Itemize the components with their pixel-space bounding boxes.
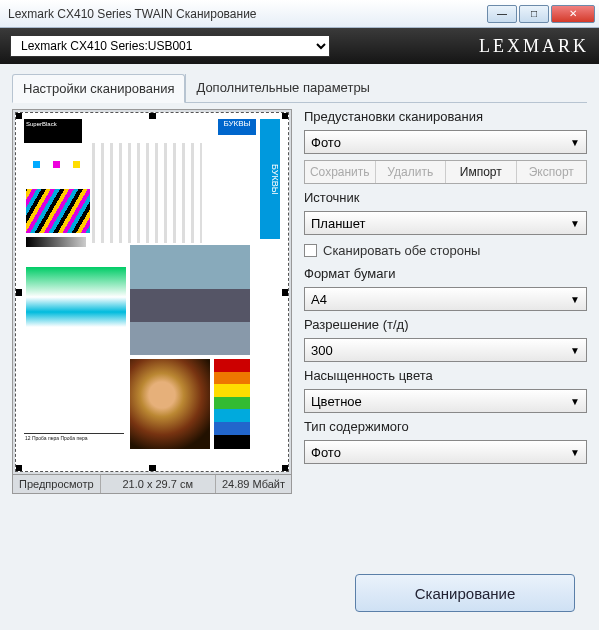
preview-panel: SuperBlack БУКВЫ БУКВЫ 12 Проба пе	[12, 109, 292, 494]
preset-select[interactable]: Фото▼	[304, 130, 587, 154]
tabs: Настройки сканирования Дополнительные па…	[12, 74, 587, 103]
thumb-fan-yellow	[66, 161, 80, 175]
dpi-select[interactable]: 300▼	[304, 338, 587, 362]
tab-advanced[interactable]: Дополнительные параметры	[185, 74, 380, 102]
paper-select[interactable]: A4▼	[304, 287, 587, 311]
maximize-button[interactable]: □	[519, 5, 549, 23]
dpi-label: Разрешение (т/д)	[304, 317, 587, 332]
thumb-photo-industrial	[130, 245, 250, 355]
chevron-down-icon: ▼	[570, 345, 580, 356]
thumb-swatch: SuperBlack	[24, 119, 82, 143]
chevron-down-icon: ▼	[570, 294, 580, 305]
thumb-fan-magenta	[46, 161, 60, 175]
import-button[interactable]: Импорт	[446, 161, 517, 183]
thumb-gradient-big	[26, 267, 126, 327]
device-bar: Lexmark CX410 Series:USB001 LEXMARK	[0, 28, 599, 64]
preview-filesize: 24.89 Мбайт	[216, 475, 291, 493]
preview-page[interactable]: SuperBlack БУКВЫ БУКВЫ 12 Проба пе	[15, 112, 289, 472]
device-select[interactable]: Lexmark CX410 Series:USB001	[10, 35, 330, 57]
delete-button[interactable]: Удалить	[376, 161, 447, 183]
paper-label: Формат бумаги	[304, 266, 587, 281]
preview-frame[interactable]: SuperBlack БУКВЫ БУКВЫ 12 Проба пе	[12, 109, 292, 475]
chevron-down-icon: ▼	[570, 218, 580, 229]
preview-footer: Предпросмотр 21.0 x 29.7 см 24.89 Мбайт	[12, 475, 292, 494]
color-select[interactable]: Цветное▼	[304, 389, 587, 413]
duplex-checkbox[interactable]: Сканировать обе стороны	[304, 243, 587, 258]
color-label: Насыщенность цвета	[304, 368, 587, 383]
chevron-down-icon: ▼	[570, 447, 580, 458]
minimize-button[interactable]: —	[487, 5, 517, 23]
window-controls: — □ ✕	[487, 5, 595, 23]
preview-dimensions: 21.0 x 29.7 см	[101, 475, 216, 493]
thumb-grid	[92, 143, 202, 243]
thumb-bukvy: БУКВЫ	[218, 119, 256, 135]
preset-label: Предустановки сканирования	[304, 109, 587, 124]
chevron-down-icon: ▼	[570, 137, 580, 148]
save-button[interactable]: Сохранить	[305, 161, 376, 183]
settings-panel: Предустановки сканирования Фото▼ Сохрани…	[304, 109, 587, 494]
source-select[interactable]: Планшет▼	[304, 211, 587, 235]
thumb-bukvy-side: БУКВЫ	[260, 119, 280, 239]
preview-label: Предпросмотр	[13, 475, 101, 493]
close-button[interactable]: ✕	[551, 5, 595, 23]
thumb-colorbar	[214, 359, 250, 449]
thumb-fan-cyan	[26, 161, 40, 175]
source-label: Источник	[304, 190, 587, 205]
tab-settings[interactable]: Настройки сканирования	[12, 74, 185, 103]
scan-button[interactable]: Сканирование	[355, 574, 575, 612]
content-select[interactable]: Фото▼	[304, 440, 587, 464]
preset-buttons: Сохранить Удалить Импорт Экспорт	[304, 160, 587, 184]
chevron-down-icon: ▼	[570, 396, 580, 407]
brand-logo: LEXMARK	[479, 36, 589, 57]
export-button[interactable]: Экспорт	[517, 161, 587, 183]
thumb-stripes	[26, 189, 90, 233]
preview-thumbnail: SuperBlack БУКВЫ БУКВЫ 12 Проба пе	[20, 117, 284, 467]
checkbox-icon	[304, 244, 317, 257]
thumb-gradient-k	[26, 237, 86, 247]
window-title: Lexmark CX410 Series TWAIN Сканирование	[8, 7, 487, 21]
thumb-photo-portrait	[130, 359, 210, 449]
content-label: Тип содержимого	[304, 419, 587, 434]
thumb-text-block: 12 Проба пера Проба пера	[24, 433, 124, 455]
titlebar: Lexmark CX410 Series TWAIN Сканирование …	[0, 0, 599, 28]
